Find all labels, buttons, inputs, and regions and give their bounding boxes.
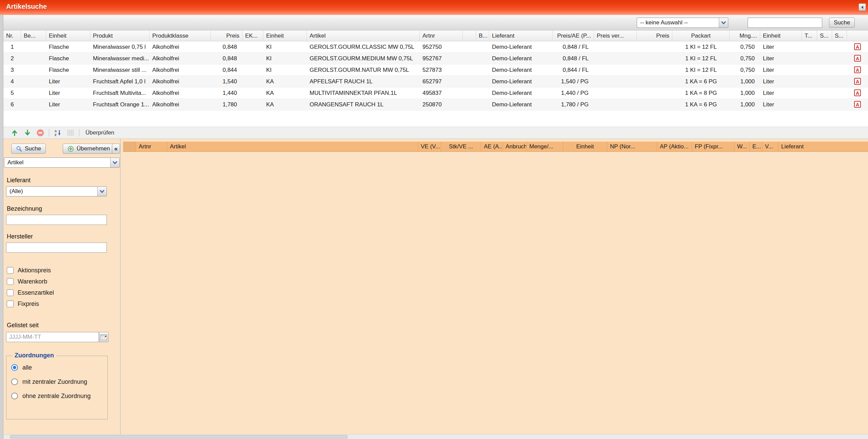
radio-label: alle: [22, 364, 32, 371]
column-header[interactable]: Produkt: [90, 30, 150, 41]
column-header[interactable]: T...: [802, 30, 817, 41]
remove-icon: [36, 129, 44, 137]
table-row[interactable]: 2FlascheMineralwasser medi...Alkoholfrei…: [3, 53, 868, 64]
column-header[interactable]: FP (Fixpr...: [692, 142, 734, 152]
collapse-panel-button[interactable]: «: [112, 144, 120, 154]
cell: 4: [3, 76, 21, 87]
column-header[interactable]: Nr.: [3, 30, 21, 41]
entity-dropdown[interactable]: Artikel: [4, 158, 120, 168]
table-row[interactable]: 3FlascheMineralwasser still ...Alkoholfr…: [3, 64, 868, 76]
checkbox-row-aktionspreis[interactable]: Aktionspreis: [7, 266, 51, 274]
radio-button[interactable]: [11, 364, 18, 371]
horizontal-scrollbar[interactable]: [3, 434, 868, 439]
column-header[interactable]: Preis: [211, 30, 242, 41]
column-header[interactable]: Einheit: [563, 142, 607, 152]
collapse-window-button[interactable]: [859, 3, 866, 11]
chevron-down-icon[interactable]: [110, 158, 119, 167]
column-header[interactable]: Einheit: [263, 30, 307, 41]
column-header[interactable]: Artikel: [307, 30, 420, 41]
calendar-button[interactable]: [99, 332, 108, 342]
lieferant-dropdown[interactable]: (Alle): [6, 186, 107, 196]
hersteller-input[interactable]: [6, 243, 107, 253]
radio-button[interactable]: [11, 393, 18, 399]
cell: 527873: [420, 64, 463, 76]
checkbox[interactable]: [7, 289, 14, 296]
column-header[interactable]: Packart: [672, 30, 730, 41]
bezeichnung-input[interactable]: [6, 215, 107, 225]
article-flag-icon[interactable]: A: [854, 55, 861, 62]
column-header[interactable]: Artnr: [136, 142, 167, 152]
remove-button[interactable]: [36, 128, 45, 137]
category-dropdown-value: -- keine Auswahl --: [640, 19, 688, 26]
horizontal-scrollbar-thumb[interactable]: [10, 435, 348, 438]
radio-row-alle[interactable]: alle: [11, 363, 32, 372]
quick-search-button[interactable]: Suche: [829, 18, 855, 28]
column-header[interactable]: B...: [476, 30, 489, 41]
radio-button[interactable]: [11, 378, 18, 385]
checkbox[interactable]: [7, 278, 14, 285]
panel-search-button[interactable]: Suche: [11, 144, 46, 154]
checkbox-row-fixpreis[interactable]: Fixpreis: [7, 300, 39, 308]
column-header[interactable]: W...: [734, 142, 749, 152]
column-header[interactable]: Einheit: [46, 30, 90, 41]
column-header[interactable]: NP (Nor...: [607, 142, 657, 152]
quick-search-input[interactable]: [748, 18, 822, 28]
column-header[interactable]: E...: [749, 142, 762, 152]
column-header[interactable]: EK...: [242, 30, 263, 41]
column-header[interactable]: Artikel: [167, 142, 418, 152]
left-edge-strip: [0, 15, 3, 439]
checkbox-row-warenkorb[interactable]: Warenkorb: [7, 277, 47, 286]
checkbox[interactable]: [7, 300, 14, 307]
cell: Demo-Lieferant: [489, 53, 553, 64]
column-header[interactable]: Mng....: [730, 30, 760, 41]
export-excel-button[interactable]: [66, 128, 75, 137]
article-flag-icon[interactable]: A: [854, 66, 861, 73]
table-row[interactable]: 4LiterFruchtsaft Apfel 1,0 lAlkoholfrei1…: [3, 76, 868, 87]
column-header[interactable]: Preis ver...: [594, 30, 637, 41]
column-header[interactable]: Be...: [21, 30, 46, 41]
gelistet-seit-date-input[interactable]: [6, 332, 99, 342]
cell: [817, 64, 832, 76]
sort-button[interactable]: A Z: [53, 128, 62, 137]
column-header[interactable]: V...: [762, 142, 778, 152]
column-header[interactable]: [123, 142, 136, 152]
column-header[interactable]: Einheit: [760, 30, 802, 41]
column-header[interactable]: Produktklasse: [150, 30, 211, 41]
table-row[interactable]: 1FlascheMineralwasser 0,75 lAlkoholfrei0…: [3, 41, 868, 53]
article-flag-icon[interactable]: A: [854, 101, 861, 108]
move-up-button[interactable]: [10, 128, 19, 137]
article-flag-icon[interactable]: A: [854, 43, 861, 50]
cell: [21, 87, 46, 99]
column-header[interactable]: Anbruch: [502, 142, 526, 152]
column-header[interactable]: Menge/...: [526, 142, 563, 152]
cell: Demo-Lieferant: [489, 99, 553, 110]
article-flag-icon[interactable]: A: [854, 78, 861, 85]
radio-row-ohne-zentrale-zuordnung[interactable]: ohne zentrale Zuordnung: [11, 392, 91, 400]
column-header[interactable]: Lieferant: [489, 30, 553, 41]
chevron-down-icon[interactable]: [719, 18, 728, 27]
chevron-down-icon[interactable]: [97, 187, 106, 196]
column-header[interactable]: Lieferant: [778, 142, 868, 152]
apply-button[interactable]: Übernehmen: [63, 144, 115, 154]
category-dropdown[interactable]: -- keine Auswahl --: [637, 18, 728, 28]
move-down-button[interactable]: [23, 128, 32, 137]
radio-row-mit-zentraler-zuordnung[interactable]: mit zentraler Zuordnung: [11, 378, 87, 386]
verify-button[interactable]: Überprüfen: [85, 129, 114, 136]
column-header[interactable]: [847, 30, 868, 41]
checkbox[interactable]: [7, 267, 14, 274]
column-header[interactable]: AP (Aktio...: [657, 142, 692, 152]
table-row[interactable]: 6LiterFruchtsaft Orange 1...Alkoholfrei1…: [3, 99, 868, 110]
search-panel: Suche Übernehmen « Artikel Lieferant: [3, 139, 121, 434]
column-header[interactable]: VE (V...: [418, 142, 441, 152]
column-header[interactable]: S...: [817, 30, 832, 41]
table-row[interactable]: 5LiterFruchtsaft Multivita...Alkoholfrei…: [3, 87, 868, 99]
column-header[interactable]: S...: [832, 30, 847, 41]
column-header[interactable]: Stk/VE ...: [441, 142, 481, 152]
checkbox-row-essenzartikel[interactable]: Essenzartikel: [7, 289, 54, 297]
column-header[interactable]: AE (A...: [481, 142, 502, 152]
article-flag-icon[interactable]: A: [854, 89, 861, 96]
column-header[interactable]: Preis/AE (P...: [553, 30, 594, 41]
column-header[interactable]: [463, 30, 476, 41]
column-header[interactable]: Preis: [637, 30, 672, 41]
column-header[interactable]: Artnr: [420, 30, 463, 41]
